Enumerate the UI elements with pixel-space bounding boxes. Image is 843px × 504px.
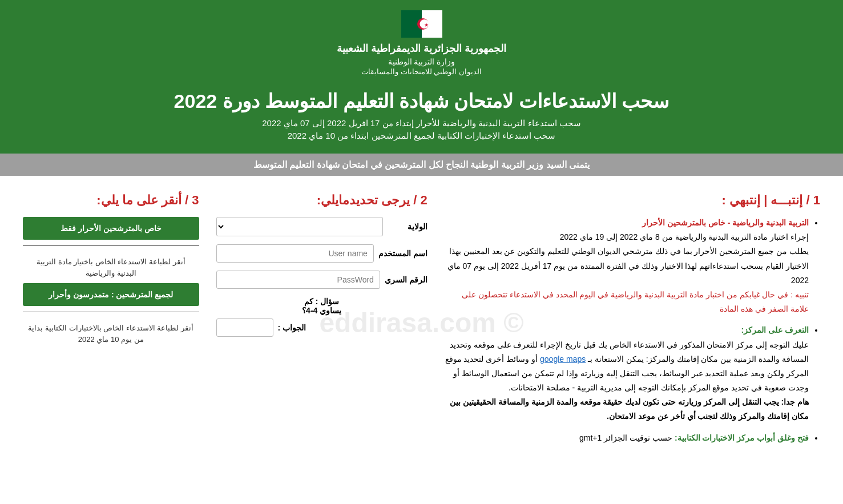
item2-note: هام جدا: يجب التنقل إلى المركز وزيارته ح… xyxy=(450,397,809,421)
item3-note: حسب توقيت الجزائر 1+gmt xyxy=(579,433,672,442)
username-row: اسم المستخدم xyxy=(216,244,427,263)
info-item-3: فتح وغلق أبواب مركز الاختبارات الكتابية:… xyxy=(445,431,809,445)
password-row: الرقم السري xyxy=(216,271,427,289)
free-candidates-button[interactable]: خاص بالمترشحين الأحرار فقط xyxy=(23,217,199,240)
divider-1 xyxy=(23,245,199,246)
form-section-title: 2 / يرجى تحديدمايلي: xyxy=(216,193,427,208)
wilaya-select[interactable]: أدرار الشلف الأغواط أم البواقي الجزائر xyxy=(216,217,383,236)
answer-label: الجواب : xyxy=(278,323,306,332)
password-input[interactable] xyxy=(216,271,380,289)
item1-text2: يطلب من جميع المترشحين الأحرار بما في ذل… xyxy=(447,247,809,284)
item1-text: إجراء اختبار مادة التربية البدنية والريا… xyxy=(560,232,809,241)
info-item-1: التربية البدنية والرياضية - خاص بالمترشح… xyxy=(445,216,809,316)
wilaya-label: الولاية xyxy=(388,222,427,231)
header-sub2: الديوان الوطني للامتحانات والمسابقات xyxy=(11,67,832,76)
page-title: سحب الاستدعاءات لامتحان شهادة التعليم ال… xyxy=(23,90,820,112)
username-label: اسم المستخدم xyxy=(378,249,427,258)
flag-container xyxy=(11,10,832,38)
divider-2 xyxy=(23,312,199,312)
captcha-answer-input[interactable] xyxy=(216,318,273,337)
info-item-2: التعرف على المركز: عليك التوجه إلى مركز … xyxy=(445,323,809,424)
header-title-main: الجمهورية الجزائرية الديمقراطية الشعبية xyxy=(11,42,832,55)
action-sub-text-2: أنقر لطباعة الاستدعاء الخاص بالاختبارات … xyxy=(23,318,199,349)
header: الجمهورية الجزائرية الديمقراطية الشعبية … xyxy=(0,0,843,84)
main-title-section: سحب الاستدعاءات لامتحان شهادة التعليم ال… xyxy=(0,84,843,154)
actions-column: 3 / أنقر على ما يلي: خاص بالمترشحين الأح… xyxy=(23,193,199,452)
action-sub-text-1: أنقر لطباعة الاستدعاء الخاص باختيار مادة… xyxy=(23,252,199,283)
item1-title: التربية البدنية والرياضية - خاص بالمترشح… xyxy=(642,218,809,227)
google-maps-link[interactable]: google maps xyxy=(540,354,586,364)
info-section-title: 1 / إنتبـــه | إنتبهي : xyxy=(445,193,820,208)
desc2: سحب استدعاء الإختبارات الكتابية لجميع ال… xyxy=(23,131,820,141)
captcha-row: الجواب : xyxy=(216,318,427,337)
actions-section-title: 3 / أنقر على ما يلي: xyxy=(23,193,199,208)
notice-text: يتمنى السيد وزير التربية الوطنية النجاح … xyxy=(253,160,590,170)
item1-note: تنبيه : في حال غيابكم من اختبار مادة الت… xyxy=(462,290,809,313)
item3-title: فتح وغلق أبواب مركز الاختبارات الكتابية: xyxy=(675,433,809,442)
notice-bar: يتمنى السيد وزير التربية الوطنية النجاح … xyxy=(0,154,843,176)
header-sub1: وزارة التربية الوطنية xyxy=(11,57,832,66)
password-label: الرقم السري xyxy=(385,275,427,284)
info-list: التربية البدنية والرياضية - خاص بالمترشح… xyxy=(445,216,820,445)
svg-point-3 xyxy=(420,19,429,29)
info-column: 1 / إنتبـــه | إنتبهي : التربية البدنية … xyxy=(445,193,820,452)
desc1: سحب استدعاء التربية البدنية والرياضية لل… xyxy=(23,118,820,128)
form-column: 2 / يرجى تحديدمايلي: الولاية أدرار الشلف… xyxy=(216,193,427,452)
item2-title: التعرف على المركز: xyxy=(741,325,809,334)
captcha-question: سؤال : كم يساوي 4-4؟ xyxy=(216,297,427,315)
wilaya-row: الولاية أدرار الشلف الأغواط أم البواقي ا… xyxy=(216,217,427,236)
all-candidates-button[interactable]: لجميع المترشحين : متمدرسون وأحرار xyxy=(23,283,199,306)
content-area: © eddirasa.com 1 / إنتبـــه | إنتبهي : ا… xyxy=(0,176,843,469)
algeria-flag-icon xyxy=(401,10,442,38)
username-input[interactable] xyxy=(216,244,374,263)
